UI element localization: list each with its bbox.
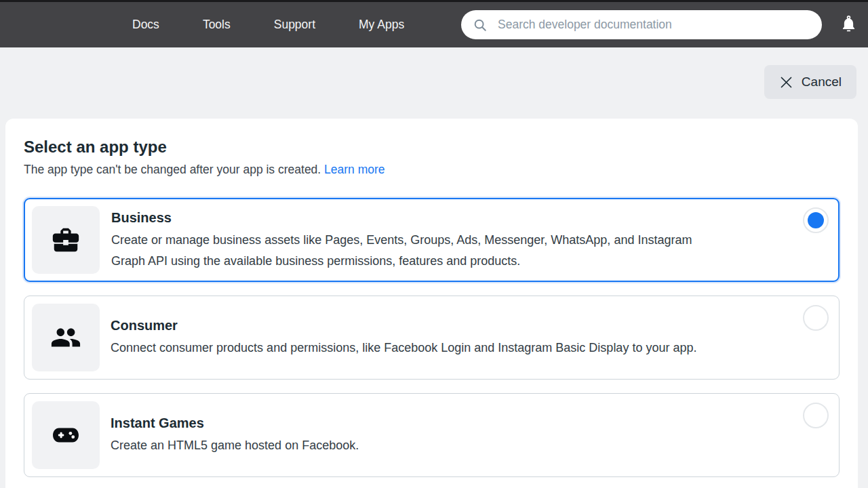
subtitle-text: The app type can't be changed after your… [24,163,321,176]
bell-icon [840,15,858,35]
people-icon [50,322,81,353]
nav-item-tools[interactable]: Tools [203,18,231,32]
close-icon [779,75,793,89]
learn-more-link[interactable]: Learn more [324,163,385,176]
radio-business[interactable] [803,207,829,233]
search-box[interactable] [461,10,822,39]
top-navbar: Docs Tools Support My Apps [0,0,868,47]
nav-links: Docs Tools Support My Apps [132,2,404,47]
nav-item-support[interactable]: Support [274,18,315,32]
consumer-card-content: Consumer Connect consumer products and p… [111,296,839,379]
gamepad-icon [50,420,81,451]
instant-games-card-content: Instant Games Create an HTML5 game hoste… [111,394,839,476]
cancel-button-label: Cancel [802,75,842,89]
option-card-instant-games[interactable]: Instant Games Create an HTML5 game hoste… [24,393,840,477]
nav-item-docs[interactable]: Docs [132,18,159,32]
instant-games-icon-tile [32,401,100,469]
consumer-icon-tile [32,304,100,371]
option-title: Business [111,209,747,226]
radio-consumer[interactable] [803,305,829,331]
app-type-options: Business Create or manage business asset… [24,198,840,477]
cancel-button[interactable]: Cancel [764,65,856,99]
option-title: Consumer [111,317,747,334]
option-title: Instant Games [111,414,747,432]
search-input[interactable] [496,17,811,33]
business-card-content: Business Create or manage business asset… [111,199,838,281]
app-type-panel: Select an app type The app type can't be… [5,119,858,488]
page-title: Select an app type [24,137,840,157]
page-subtitle: The app type can't be changed after your… [24,162,840,178]
search-icon [473,18,488,33]
notifications-button[interactable] [837,14,860,37]
option-card-consumer[interactable]: Consumer Connect consumer products and p… [24,296,840,380]
option-card-business[interactable]: Business Create or manage business asset… [24,198,840,282]
option-description: Create or manage business assets like Pa… [111,230,747,272]
briefcase-icon [50,224,81,256]
option-description: Connect consumer products and permission… [111,338,747,359]
business-icon-tile [32,206,100,274]
nav-item-my-apps[interactable]: My Apps [359,18,404,32]
radio-instant-games[interactable] [803,403,829,428]
option-description: Create an HTML5 game hosted on Facebook. [111,435,747,456]
